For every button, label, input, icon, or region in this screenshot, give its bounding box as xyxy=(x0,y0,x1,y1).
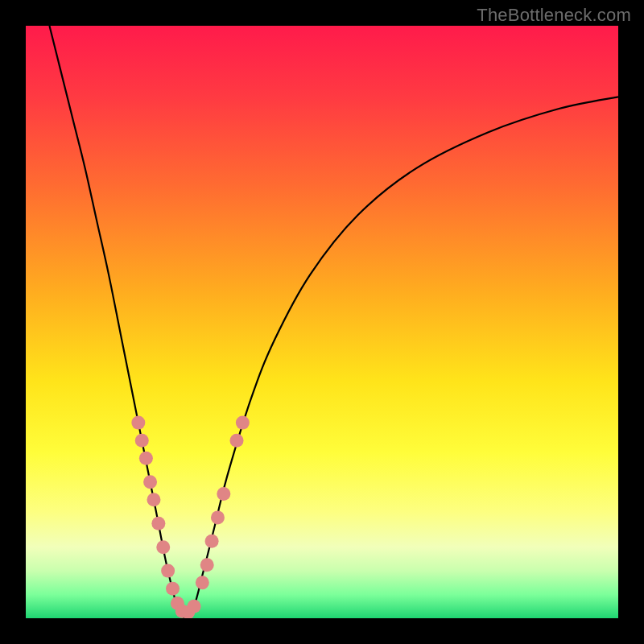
data-marker xyxy=(196,576,209,589)
plot-area xyxy=(26,26,618,618)
data-marker xyxy=(230,434,244,448)
data-marker xyxy=(143,475,157,489)
data-marker xyxy=(139,452,153,465)
data-marker xyxy=(135,434,149,448)
data-marker xyxy=(205,535,219,548)
data-marker xyxy=(236,416,250,430)
data-marker xyxy=(166,582,180,596)
curve-path xyxy=(49,26,618,618)
data-marker xyxy=(131,416,145,430)
data-marker xyxy=(147,493,160,506)
data-marker xyxy=(200,558,214,572)
data-marker xyxy=(188,600,201,613)
data-marker xyxy=(211,510,225,524)
curve-markers xyxy=(131,416,250,618)
chart-frame: TheBottleneck.com xyxy=(0,0,644,644)
data-marker xyxy=(217,487,230,501)
bottleneck-curve xyxy=(26,26,618,618)
watermark-label: TheBottleneck.com xyxy=(477,5,631,26)
data-marker xyxy=(156,540,170,554)
data-marker xyxy=(161,564,175,578)
data-marker xyxy=(151,517,165,530)
